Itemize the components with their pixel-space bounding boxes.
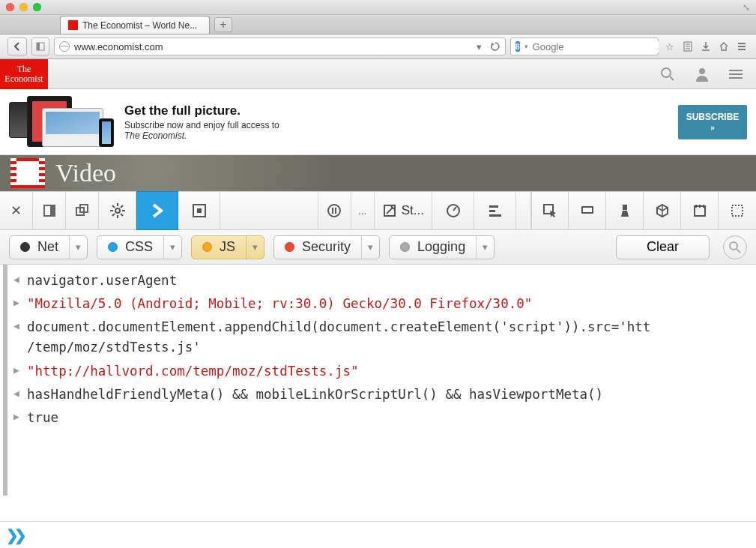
reader-icon[interactable] (681, 40, 695, 53)
new-tab-button[interactable]: + (214, 17, 232, 32)
prompt-chevron-icon: ❯❯ (6, 526, 22, 544)
console-output-line: ▶"Mozilla/5.0 (Android; Mobile; rv:30.0)… (13, 292, 749, 316)
zoom-window-button[interactable] (33, 3, 41, 11)
inspector-panel-tab[interactable] (178, 191, 220, 230)
svg-line-12 (670, 76, 674, 80)
console-input-line: ◀navigator.userAgent (13, 269, 749, 292)
reload-button[interactable]: ▾ (477, 41, 501, 52)
logo-line2: Economist (4, 74, 43, 84)
console-text: "Mozilla/5.0 (Android; Mobile; rv:30.0) … (27, 294, 749, 314)
debugger-pause-button[interactable] (318, 191, 351, 230)
console-text: true (27, 408, 749, 428)
style-editor-tab[interactable]: St... (374, 191, 432, 230)
traffic-lights (6, 3, 41, 11)
debugger-more[interactable]: ... (351, 191, 374, 230)
promo-text: Get the full picture. Subscribe now and … (124, 103, 279, 141)
home-icon[interactable] (717, 40, 731, 53)
site-actions (660, 67, 743, 82)
search-engine-icon[interactable]: 8 (515, 41, 520, 52)
filter-net-dd-icon[interactable]: ▾ (69, 236, 87, 259)
search-engine-dd-icon[interactable]: ▾ (524, 43, 528, 50)
site-header: The Economist (0, 59, 756, 89)
console-text: document.documentElement.appendChild(doc… (27, 317, 749, 358)
account-icon[interactable] (695, 67, 710, 82)
scratchpad-button[interactable] (681, 191, 719, 230)
dock-side-button[interactable] (33, 191, 66, 230)
promo-banner: Get the full picture. Subscribe now and … (0, 89, 756, 155)
filter-js-label: JS (220, 239, 235, 255)
clear-button[interactable]: Clear (616, 235, 710, 259)
close-window-button[interactable] (6, 3, 14, 11)
console-search-button[interactable] (723, 235, 747, 259)
video-icon (10, 158, 45, 188)
svg-line-48 (737, 249, 740, 253)
network-tab[interactable] (474, 191, 516, 230)
filter-security[interactable]: Security▾ (273, 235, 380, 259)
filter-js-dd-icon[interactable]: ▾ (246, 236, 264, 259)
filter-net[interactable]: Net▾ (9, 235, 88, 259)
console-prompt[interactable]: ❯❯ (0, 521, 756, 548)
devtools-close-button[interactable]: ✕ (0, 191, 33, 230)
console-panel-tab[interactable] (136, 191, 178, 230)
svg-rect-30 (332, 208, 333, 214)
promo-sub2: The Economist. (124, 130, 187, 141)
svg-line-25 (112, 214, 115, 216)
svg-rect-41 (623, 205, 627, 210)
site-logo[interactable]: The Economist (0, 59, 48, 89)
back-button[interactable] (7, 37, 27, 55)
console-output[interactable]: ◀navigator.userAgent ▶"Mozilla/5.0 (Andr… (3, 265, 756, 496)
search-bar[interactable]: 8 ▾ (510, 37, 659, 55)
fullscreen-icon[interactable]: ⤡ (743, 2, 750, 13)
svg-rect-36 (489, 210, 495, 212)
video-section-header: Video (0, 155, 756, 191)
console-output-line: ▶true (13, 406, 749, 430)
svg-point-29 (328, 205, 340, 217)
filter-css[interactable]: CSS▾ (97, 235, 182, 259)
svg-rect-28 (197, 208, 202, 213)
site-search-icon[interactable] (660, 67, 675, 82)
window-titlebar: ⤡ (0, 0, 756, 15)
downloads-icon[interactable] (699, 40, 713, 53)
svg-rect-35 (489, 205, 498, 208)
tab-title: The Economist – World Ne... (82, 20, 197, 31)
logo-line1: The (17, 64, 31, 74)
filter-css-dd-icon[interactable]: ▾ (163, 236, 181, 259)
screenshot-button[interactable] (719, 191, 756, 230)
promo-title: Get the full picture. (124, 103, 279, 118)
filter-logging[interactable]: Logging▾ (389, 235, 495, 259)
filter-security-dd-icon[interactable]: ▾ (361, 236, 379, 259)
promo-image (9, 94, 114, 150)
filter-js[interactable]: JS▾ (191, 235, 264, 259)
tab-strip: The Economist – World Ne... + (0, 15, 756, 34)
3d-view-button[interactable] (644, 191, 681, 230)
browser-tab[interactable]: The Economist – World Ne... (60, 16, 210, 34)
paintflash-button[interactable] (606, 191, 644, 230)
url-bar[interactable]: ▾ (54, 37, 506, 55)
detach-button[interactable] (66, 191, 99, 230)
search-input[interactable] (533, 41, 659, 52)
responsive-mode-button[interactable] (569, 191, 606, 230)
console-input-line: ◀hasHandheldFriendlyMeta() && mobileLink… (13, 383, 749, 406)
favicon-icon (68, 20, 78, 30)
site-menu-icon[interactable] (729, 70, 743, 79)
svg-line-26 (121, 205, 123, 208)
console-filter-row: Net▾ CSS▾ JS▾ Security▾ Logging▾ Clear (0, 230, 756, 265)
subscribe-button[interactable]: SUBSCRIBE » (678, 105, 747, 139)
svg-point-11 (662, 68, 671, 77)
pick-element-button[interactable] (531, 191, 569, 230)
filter-net-label: Net (37, 239, 58, 255)
style-label: St... (402, 203, 424, 218)
menu-icon[interactable] (735, 40, 749, 53)
clear-label: Clear (647, 239, 679, 255)
minimize-window-button[interactable] (19, 3, 28, 11)
subscribe-chevron-icon: » (710, 124, 715, 132)
filter-logging-dd-icon[interactable]: ▾ (476, 236, 494, 259)
bookmark-star-icon[interactable]: ☆ (663, 40, 677, 53)
url-input[interactable] (74, 41, 472, 52)
svg-rect-1 (37, 43, 40, 50)
video-label: Video (55, 159, 116, 187)
settings-button[interactable] (99, 191, 136, 230)
sidebar-button[interactable] (31, 37, 49, 55)
profiler-tab[interactable] (432, 191, 474, 230)
filter-css-label: CSS (125, 239, 153, 255)
